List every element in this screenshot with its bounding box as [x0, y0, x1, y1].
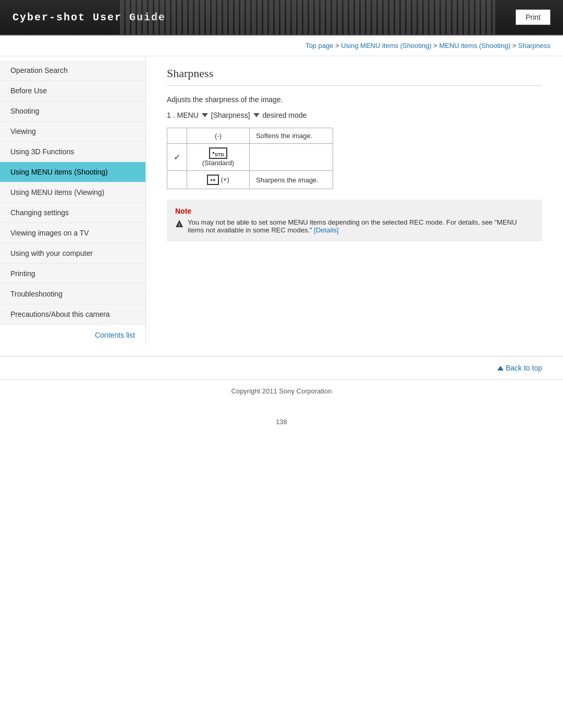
table-desc-1: Softens the image. [250, 128, 333, 144]
breadcrumb-top[interactable]: Top page [305, 42, 334, 50]
note-content: ! You may not be able to set some MENU i… [175, 218, 534, 234]
step-instruction: 1 . MENU [Sharpness] desired mode [167, 111, 542, 119]
breadcrumb-shooting[interactable]: Using MENU items (Shooting) [341, 42, 431, 50]
page-title: Sharpness [167, 67, 542, 86]
svg-text:!: ! [179, 223, 180, 228]
main-layout: Operation Search Before Use Shooting Vie… [0, 56, 563, 346]
step-number: 1 . [167, 111, 175, 119]
table-desc-3: Sharpens the image. [250, 171, 333, 189]
table-desc-2 [250, 144, 333, 171]
arrow-down-icon-2 [253, 113, 260, 117]
sidebar-item-viewing-tv[interactable]: Viewing images on a TV [0, 223, 145, 243]
table-icon-std: ▪STD (Standard) [187, 144, 250, 171]
table-check-1 [167, 128, 187, 144]
breadcrumb-menu-shooting[interactable]: MENU items (Shooting) [439, 42, 510, 50]
breadcrumb-sep3: > [512, 42, 518, 50]
breadcrumb-sep1: > [335, 42, 341, 50]
note-title: Note [175, 207, 534, 215]
note-details-link[interactable]: [Details] [314, 226, 338, 234]
back-to-top-link[interactable]: Back to top [497, 364, 542, 372]
sidebar: Operation Search Before Use Shooting Vie… [0, 56, 146, 346]
sidebar-item-viewing[interactable]: Viewing [0, 121, 145, 142]
sidebar-item-menu-viewing[interactable]: Using MENU items (Viewing) [0, 182, 145, 203]
contents-list-link[interactable]: Contents list [0, 325, 145, 346]
sidebar-item-changing-settings[interactable]: Changing settings [0, 203, 145, 223]
back-to-top-label: Back to top [506, 364, 542, 372]
sidebar-item-computer[interactable]: Using with your computer [0, 243, 145, 264]
breadcrumb-sharpness[interactable]: Sharpness [518, 42, 550, 50]
arrow-down-icon-1 [202, 113, 208, 117]
sidebar-item-shooting[interactable]: Shooting [0, 101, 145, 121]
print-button[interactable]: Print [516, 9, 550, 25]
sidebar-item-precautions[interactable]: Precautions/About this camera [0, 304, 145, 325]
table-row: ✓ ▪STD (Standard) [167, 144, 333, 171]
sidebar-item-printing[interactable]: Printing [0, 264, 145, 284]
breadcrumb-sep2: > [433, 42, 439, 50]
sidebar-item-menu-shooting[interactable]: Using MENU items (Shooting) [0, 162, 145, 182]
copyright-bar: Copyright 2011 Sony Corporation [0, 379, 563, 402]
step-desired-mode: desired mode [263, 111, 307, 119]
header: for(let i=0;i<80;i++){ document.write('<… [0, 0, 563, 35]
table-check-3 [167, 171, 187, 189]
step-sharpness-bracket: [Sharpness] [211, 111, 250, 119]
table-icon-plus: ▪+ (+) [187, 171, 250, 189]
back-to-top-bar: Back to top [0, 356, 563, 379]
copyright-text: Copyright 2011 Sony Corporation [231, 387, 332, 395]
content-description: Adjusts the sharpness of the image. [167, 95, 542, 104]
step-menu-text: MENU [177, 111, 199, 119]
back-to-top-arrow-icon [497, 366, 504, 371]
note-box: Note ! You may not be able to set some M… [167, 200, 542, 241]
table-row: ▪+ (+) Sharpens the image. [167, 171, 333, 189]
table-row: (-) Softens the image. [167, 128, 333, 144]
warning-triangle-icon: ! [175, 219, 183, 229]
content-area: Sharpness Adjusts the sharpness of the i… [146, 56, 563, 252]
sidebar-item-operation-search[interactable]: Operation Search [0, 60, 145, 81]
breadcrumb: Top page > Using MENU items (Shooting) >… [0, 35, 563, 56]
table-icon-minus: (-) [187, 128, 250, 144]
sharpness-table: (-) Softens the image. ✓ ▪STD (Standard) [167, 128, 333, 189]
note-paragraph: You may not be able to set some MENU ite… [188, 218, 534, 234]
table-check-2: ✓ [167, 144, 187, 171]
sidebar-item-troubleshooting[interactable]: Troubleshooting [0, 284, 145, 304]
sidebar-item-before-use[interactable]: Before Use [0, 81, 145, 101]
sidebar-item-3d-functions[interactable]: Using 3D Functions [0, 142, 145, 162]
page-number: 138 [0, 402, 563, 433]
